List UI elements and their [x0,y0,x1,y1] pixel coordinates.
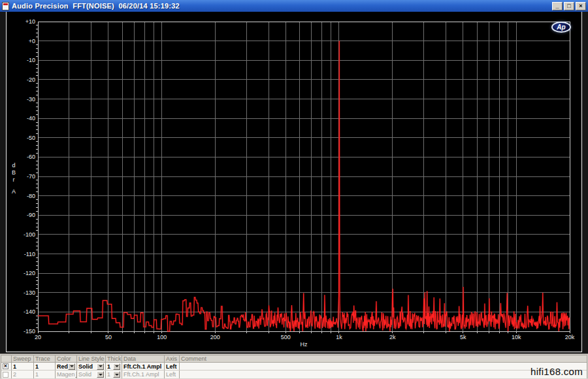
window-controls: _ □ × [552,2,586,10]
axis-value: Left [166,371,176,378]
maximize-button[interactable]: □ [564,2,574,10]
header-sweep: Sweep [12,355,34,362]
header-data: Data [122,355,165,362]
sweep-enable-checkbox[interactable] [3,372,8,378]
minimize-button[interactable]: _ [552,2,563,10]
header-color: Color [56,355,77,362]
cell-sweep: 2 [12,371,34,378]
sweep-value: 1 [13,363,16,370]
window-title: Audio Precision FFT(NOISE) 06/20/14 15:1… [12,2,552,10]
sweep-row: 21MagenSolid1Fft.Ch.1 AmplLeft [1,371,587,378]
sweep-enable-checkbox[interactable]: × [3,363,8,369]
cell-data: Fft.Ch.1 Ampl [122,371,165,378]
watermark: hifi168.com [531,366,583,377]
header-axis: Axis [165,355,180,362]
sweep-table-header: SweepTraceColorLine StyleThickDataAxisCo… [1,355,587,363]
sweep-panel: SweepTraceColorLine StyleThickDataAxisCo… [0,354,588,379]
thick-dropdown-button[interactable] [113,363,120,370]
data-value: Fft.Ch.1 Ampl [123,371,159,378]
cell-trace: 1 [34,371,56,378]
cell-line_style: Solid [77,371,106,378]
cell-line_style: Solid [77,363,106,370]
axis-value: Left [166,363,177,370]
cell-check: × [1,363,12,370]
close-button[interactable]: × [576,2,586,10]
cell-thick: 1 [106,363,122,370]
cell-check [1,371,12,378]
sweep-value: 2 [13,371,16,378]
sweep-table: SweepTraceColorLine StyleThickDataAxisCo… [1,355,587,378]
audio-precision-logo: Ap [551,22,571,33]
app-icon [2,2,9,10]
cell-data: Fft.Ch.1 Ampl [122,363,165,370]
cell-axis: Left [165,363,180,370]
client-area: d B r A Hz +10+0-10-20-30-40-50-60-70-80… [0,12,588,354]
trace-value: 1 [35,371,39,378]
line_style-dropdown-button[interactable] [97,371,104,378]
line_style-value: Solid [78,371,91,378]
thick-dropdown-button[interactable] [113,371,120,378]
cell-thick: 1 [106,371,122,378]
titlebar[interactable]: Audio Precision FFT(NOISE) 06/20/14 15:1… [0,0,588,12]
trace-value: 1 [35,363,39,370]
plot-panel: d B r A Hz +10+0-10-20-30-40-50-60-70-80… [6,12,582,352]
header-trace: Trace [34,355,56,362]
chevron-down-icon [115,374,119,376]
line_style-value: Solid [78,363,93,370]
fft-trace-glow [38,41,569,331]
line_style-dropdown-button[interactable] [97,363,104,370]
chevron-down-icon [99,374,103,376]
chevron-down-icon [99,365,103,367]
header-thick: Thick [106,355,122,362]
thick-value: 1 [107,371,110,378]
color-dropdown-button[interactable] [68,363,75,370]
header-comment: Comment [180,355,587,362]
fft-trace [38,41,569,331]
cell-axis: Left [165,371,180,378]
sweep-row: ×11RedSolid1Fft.Ch.1 AmplLeft [1,363,587,371]
color-value: Magen [57,371,75,378]
fft-plot [7,12,581,352]
data-value: Fft.Ch.1 Ampl [123,363,161,370]
cell-comment [180,371,587,378]
ap-logo-text: Ap [557,24,565,31]
sweep-table-rows: ×11RedSolid1Fft.Ch.1 AmplLeft21MagenSoli… [1,363,587,378]
color-value: Red [57,363,68,370]
cell-color: Magen [56,371,77,378]
cell-color: Red [56,363,77,370]
cell-sweep: 1 [12,363,34,370]
header-line_style: Line Style [77,355,106,362]
cell-comment [180,363,587,370]
app-window: Audio Precision FFT(NOISE) 06/20/14 15:1… [0,0,588,379]
thick-value: 1 [107,363,110,370]
chevron-down-icon [70,365,74,367]
cell-trace: 1 [34,363,56,370]
header-check [1,355,12,362]
chevron-down-icon [115,365,119,367]
